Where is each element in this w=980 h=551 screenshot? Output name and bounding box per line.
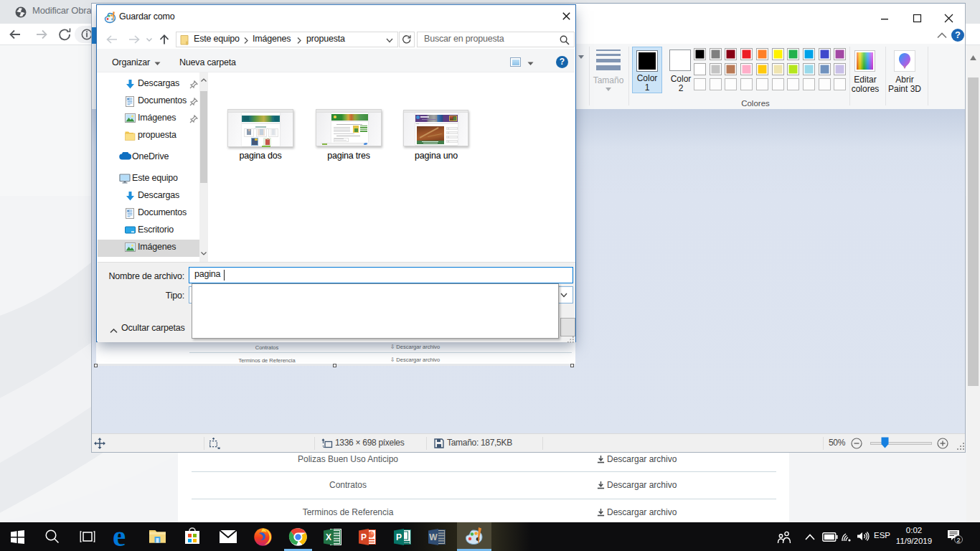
svg-text:P: P xyxy=(361,532,367,542)
svg-text:2: 2 xyxy=(956,537,960,544)
svg-text:P: P xyxy=(396,532,402,542)
svg-text:X: X xyxy=(326,532,331,542)
